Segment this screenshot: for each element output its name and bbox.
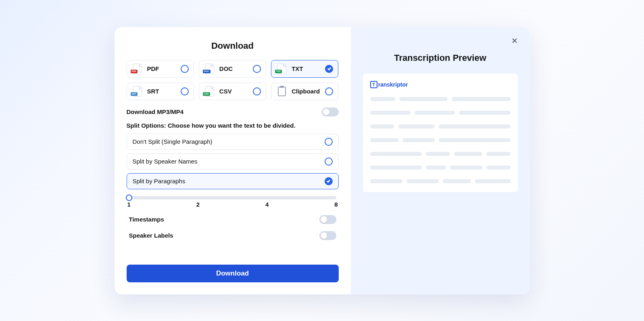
download-modal: Download PDF PDF DOC DOC (115, 27, 530, 294)
split-header: Split Options: Choose how you want the t… (127, 122, 339, 129)
skeleton-bar (415, 111, 455, 115)
radio-txt[interactable] (325, 65, 333, 73)
radio-srt[interactable] (181, 87, 189, 95)
format-label-txt: TXT (292, 65, 321, 72)
skeleton-row (370, 166, 511, 170)
download-panel: Download PDF PDF DOC DOC (115, 27, 351, 294)
timestamps-label: Timestamps (129, 216, 164, 223)
skeleton-bar (450, 166, 482, 170)
speaker-labels-row: Speaker Labels (129, 231, 336, 240)
preview-title: Transcription Preview (363, 53, 518, 63)
preview-panel: Transcription Preview T ranskriptor (351, 27, 530, 294)
close-icon[interactable] (510, 36, 519, 46)
format-grid: PDF PDF DOC DOC TXT TXT (127, 60, 339, 100)
split-label-single: Don't Split (Single Paragraph) (133, 138, 213, 145)
split-option-speaker[interactable]: Split by Speaker Names (127, 153, 339, 170)
skeleton-bar (370, 138, 398, 142)
skeleton-bar (370, 97, 395, 101)
format-label-doc: DOC (219, 65, 249, 72)
slider-tick-4: 4 (265, 201, 269, 208)
split-option-paragraphs[interactable]: Split by Paragraphs (127, 173, 339, 189)
brand-mark-icon: T (370, 81, 377, 88)
skeleton-bar (454, 152, 482, 156)
format-option-pdf[interactable]: PDF PDF (127, 60, 194, 78)
skeleton-bar (426, 166, 446, 170)
radio-pdf[interactable] (181, 65, 189, 73)
skeleton-bar (406, 179, 439, 183)
skeleton-bar (370, 111, 411, 115)
slider-tick-8: 8 (334, 201, 338, 208)
skeleton-row (370, 124, 511, 128)
skeleton-row (370, 111, 511, 115)
slider-track[interactable] (129, 196, 336, 199)
skeleton-bar (398, 124, 435, 128)
csv-file-icon: CSV (204, 86, 215, 97)
format-option-doc[interactable]: DOC DOC (199, 60, 266, 78)
skeleton-bar (439, 124, 511, 128)
skeleton-bar (370, 166, 422, 170)
srt-file-icon: SRT (132, 86, 143, 97)
paragraph-slider: 1 2 4 8 (127, 194, 339, 208)
skeleton-bar (399, 97, 448, 101)
radio-csv[interactable] (253, 87, 261, 95)
skeleton-row (370, 152, 511, 156)
slider-tick-1: 1 (127, 201, 131, 208)
timestamps-toggle[interactable] (319, 215, 336, 224)
format-label-csv: CSV (219, 88, 249, 95)
format-label-srt: SRT (147, 88, 177, 95)
format-option-csv[interactable]: CSV CSV (199, 83, 266, 100)
download-media-row: Download MP3/MP4 (127, 108, 339, 116)
radio-doc[interactable] (253, 65, 261, 73)
skeleton-bar (486, 152, 511, 156)
radio-split-single[interactable] (325, 138, 333, 146)
skeleton-bar (370, 179, 402, 183)
skeleton-bar (426, 152, 450, 156)
clipboard-icon (276, 86, 288, 97)
skeleton-bar (443, 179, 471, 183)
skeleton-bar (452, 97, 511, 101)
format-option-srt[interactable]: SRT SRT (127, 83, 194, 100)
skeleton-bar (370, 152, 422, 156)
skeleton-row (370, 97, 511, 101)
skeleton-row (370, 179, 511, 183)
slider-tick-2: 2 (196, 201, 200, 208)
radio-split-speaker[interactable] (325, 157, 333, 166)
format-label-clipboard: Clipboard (292, 88, 321, 95)
skeleton-bar (402, 138, 435, 142)
brand-text: ranskriptor (378, 81, 408, 88)
download-media-label: Download MP3/MP4 (127, 108, 184, 115)
slider-thumb[interactable] (126, 195, 132, 201)
skeleton-bar (475, 179, 511, 183)
toggles-block: Timestamps Speaker Labels (127, 215, 339, 247)
skeleton-row (370, 138, 511, 142)
format-label-pdf: PDF (147, 65, 177, 72)
speaker-labels-label: Speaker Labels (129, 232, 173, 239)
split-label-paragraphs: Split by Paragraphs (133, 178, 185, 184)
split-option-single[interactable]: Don't Split (Single Paragraph) (127, 134, 339, 150)
brand-logo: T ranskriptor (370, 81, 511, 88)
slider-labels: 1 2 4 8 (127, 201, 339, 208)
speaker-labels-toggle[interactable] (319, 231, 336, 240)
radio-split-paragraphs[interactable] (325, 177, 333, 185)
skeleton-bar (486, 166, 511, 170)
timestamps-row: Timestamps (129, 215, 336, 224)
download-media-toggle[interactable] (322, 108, 339, 116)
split-label-speaker: Split by Speaker Names (133, 158, 198, 165)
format-option-txt[interactable]: TXT TXT (271, 60, 338, 78)
skeleton-bar (439, 138, 511, 142)
download-title: Download (127, 41, 339, 51)
skeleton-bar (459, 111, 511, 115)
doc-file-icon: DOC (204, 63, 215, 75)
radio-clipboard[interactable] (325, 87, 333, 95)
format-option-clipboard[interactable]: Clipboard (271, 83, 338, 100)
download-button[interactable]: Download (127, 265, 339, 282)
preview-card: T ranskriptor (363, 74, 518, 192)
txt-file-icon: TXT (276, 63, 288, 75)
pdf-file-icon: PDF (132, 63, 143, 75)
skeleton-bar (370, 124, 394, 128)
